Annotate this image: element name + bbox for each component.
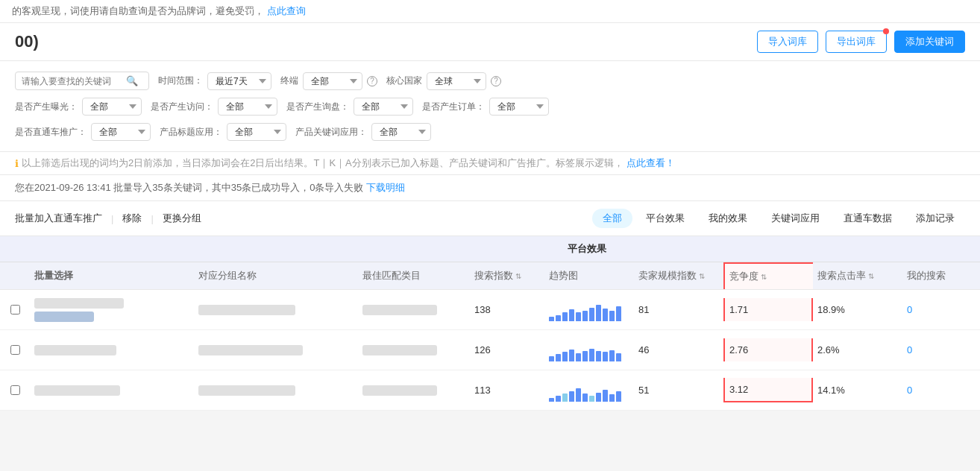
terminal-help-icon[interactable]: ? [367, 76, 377, 86]
bar [556, 396, 561, 402]
inquiry-label: 是否产生询盘： [286, 101, 349, 113]
product-title-select[interactable]: 全部 [227, 123, 286, 141]
tab-record[interactable]: 添加记录 [905, 209, 965, 228]
row1-match [358, 299, 470, 321]
bar [556, 354, 561, 361]
filter-section: 🔍 时间范围： 最近7天 最近30天 最近90天 终端 全部 PC 移动 ? 核… [0, 61, 980, 152]
import-result-text: 您在2021-09-26 13:41 批量导入35条关键词，其中35条已成功导入… [15, 182, 363, 193]
row2-match [358, 339, 470, 361]
batch-direct-button[interactable]: 批量加入直通车推广 [15, 209, 102, 228]
row2-checkbox[interactable] [10, 345, 20, 355]
export-button[interactable]: 导出词库 [826, 31, 887, 53]
sort-seller-icon[interactable]: ⇅ [699, 272, 705, 280]
direct-select[interactable]: 全部 [91, 123, 151, 141]
bar [603, 390, 608, 402]
tab-platform[interactable]: 平台效果 [635, 209, 695, 228]
visit-group: 是否产生访问： 全部 [151, 98, 277, 116]
row1-keyword-blur [34, 298, 124, 309]
change-group-button[interactable]: 更换分组 [163, 209, 201, 228]
toolbar-bar: 批量加入直通车推广 | 移除 | 更换分组 全部 平台效果 我的效果 关键词应用… [0, 201, 980, 236]
bar [549, 317, 554, 321]
row3-keyword-blur [34, 385, 120, 396]
notice-tip-link[interactable]: 点此查看！ [626, 157, 675, 170]
direct-label: 是否直通车推广： [15, 126, 87, 139]
keyword-search-box[interactable]: 🔍 [15, 72, 149, 90]
row1-check[interactable] [0, 299, 30, 320]
download-detail-link[interactable]: 下载明细 [366, 182, 405, 193]
notice-link[interactable]: 点此查询 [267, 4, 306, 18]
row2-bar-chart [549, 339, 621, 361]
row3-check[interactable] [0, 379, 30, 401]
row3-name [194, 379, 358, 402]
row2-check[interactable] [0, 339, 30, 361]
bar [596, 305, 601, 321]
sort-search-icon[interactable]: ⇅ [515, 272, 521, 280]
row3-trend [544, 373, 634, 408]
order-label: 是否产生订单： [422, 101, 485, 113]
exposure-select[interactable]: 全部 [82, 98, 142, 116]
terminal-filter-group: 终端 全部 PC 移动 ? [280, 72, 377, 90]
order-select[interactable]: 全部 [489, 98, 549, 116]
time-select[interactable]: 最近7天 最近30天 最近90天 [207, 72, 271, 90]
product-keyword-label: 产品关键词应用： [295, 126, 367, 139]
product-keyword-group: 产品关键词应用： 全部 [295, 123, 431, 141]
product-title-group: 产品标题应用： 全部 [160, 123, 286, 141]
country-filter-group: 核心国家 全球 ? [386, 72, 501, 90]
bar [569, 391, 574, 402]
th-mysearch: 我的搜索 [902, 262, 962, 289]
bar [603, 309, 608, 321]
tab-my[interactable]: 我的效果 [698, 209, 758, 228]
time-filter-group: 时间范围： 最近7天 最近30天 最近90天 [158, 72, 271, 90]
row3-mysearch: 0 [902, 379, 962, 402]
country-help-icon[interactable]: ? [491, 76, 501, 86]
row1-mysearch: 0 [902, 298, 962, 321]
bar [609, 350, 615, 361]
add-keyword-button[interactable]: 添加关键词 [894, 31, 965, 53]
row1-checkbox[interactable] [10, 305, 20, 314]
visit-select[interactable]: 全部 [218, 98, 277, 116]
bar [582, 311, 588, 321]
bar [596, 351, 601, 361]
row3-match-blur [362, 385, 437, 396]
row2-name-blur [198, 345, 303, 355]
tab-group: 全部 平台效果 我的效果 关键词应用 直通车数据 添加记录 [592, 209, 965, 228]
import-result-bar: 您在2021-09-26 13:41 批量导入35条关键词，其中35条已成功导入… [0, 175, 980, 201]
exposure-group: 是否产生曝光： 全部 [15, 98, 142, 116]
row2-match-blur [362, 345, 437, 355]
row3-checkbox[interactable] [10, 385, 20, 395]
th-name: 对应分组名称 [194, 262, 358, 289]
terminal-select[interactable]: 全部 PC 移动 [303, 72, 362, 90]
row3-bar-chart [549, 379, 621, 402]
product-keyword-select[interactable]: 全部 [371, 123, 431, 141]
bar [589, 396, 594, 402]
filter-row-2: 是否产生曝光： 全部 是否产生访问： 全部 是否产生询盘： 全部 是否产生订单：… [15, 98, 965, 116]
exposure-label: 是否产生曝光： [15, 101, 78, 113]
row2-search: 126 [470, 338, 544, 361]
tab-all[interactable]: 全部 [592, 209, 632, 228]
table-row: 138 81 [0, 290, 980, 330]
sort-compete-icon[interactable]: ⇅ [761, 273, 767, 281]
keyword-search-input[interactable] [22, 76, 126, 86]
platform-title: 平台效果 [194, 236, 980, 262]
tab-keyword[interactable]: 关键词应用 [761, 209, 830, 228]
sort-ctr-icon[interactable]: ⇅ [868, 272, 874, 280]
notice-text: 的客观呈现，词使用请自助查询是否为品牌词，避免受罚， [12, 4, 264, 18]
row3-keyword [30, 379, 194, 402]
country-select[interactable]: 全球 [427, 72, 486, 90]
bar [609, 311, 615, 321]
remove-button[interactable]: 移除 [122, 209, 142, 228]
filter-row-3: 是否直通车推广： 全部 产品标题应用： 全部 产品关键词应用： 全部 [15, 123, 965, 141]
tab-direct[interactable]: 直通车数据 [833, 209, 902, 228]
th-compete: 竞争度 ⇅ [723, 262, 813, 289]
row1-keyword-tag [34, 312, 94, 322]
row1-trend [544, 293, 634, 327]
page-title: 00) [15, 32, 39, 51]
import-button[interactable]: 导入词库 [757, 31, 818, 53]
row2-ctr: 2.6% [813, 338, 902, 361]
row1-search: 138 [470, 298, 544, 321]
th-trend: 趋势图 [544, 262, 634, 289]
th-search: 搜索指数 ⇅ [470, 262, 544, 289]
inquiry-select[interactable]: 全部 [354, 98, 413, 116]
bar [562, 352, 568, 361]
top-notice-bar: 的客观呈现，词使用请自助查询是否为品牌词，避免受罚， 点此查询 [0, 0, 980, 23]
